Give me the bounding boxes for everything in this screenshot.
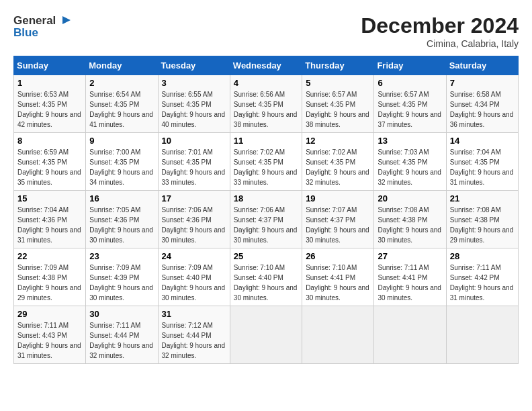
- day-number: 4: [234, 78, 298, 88]
- day-number: 13: [378, 136, 442, 146]
- day-info: Sunrise: 7:08 AMSunset: 4:38 PMDaylight:…: [450, 206, 514, 244]
- calendar-week-3: 15 Sunrise: 7:04 AMSunset: 4:36 PMDaylig…: [14, 191, 519, 248]
- day-info: Sunrise: 7:06 AMSunset: 4:36 PMDaylight:…: [162, 206, 226, 244]
- day-info: Sunrise: 6:56 AMSunset: 4:35 PMDaylight:…: [234, 91, 298, 128]
- month-title: December 2024: [361, 13, 519, 38]
- logo-bird-icon: [56, 13, 71, 28]
- day-number: 3: [162, 78, 226, 88]
- location-subtitle: Cimina, Calabria, Italy: [361, 38, 519, 49]
- day-number: 28: [450, 251, 515, 261]
- calendar-day-6: 6 Sunrise: 6:57 AMSunset: 4:35 PMDayligh…: [374, 75, 446, 133]
- calendar-day-15: 15 Sunrise: 7:04 AMSunset: 4:36 PMDaylig…: [14, 191, 86, 248]
- day-number: 10: [162, 136, 226, 146]
- day-number: 18: [234, 193, 298, 203]
- calendar-day-7: 7 Sunrise: 6:58 AMSunset: 4:34 PMDayligh…: [446, 75, 518, 133]
- calendar-day-28: 28 Sunrise: 7:11 AMSunset: 4:42 PMDaylig…: [446, 248, 518, 306]
- day-number: 7: [450, 78, 515, 88]
- calendar-day-29: 29 Sunrise: 7:11 AMSunset: 4:43 PMDaylig…: [14, 306, 86, 364]
- day-number: 2: [89, 78, 154, 88]
- day-info: Sunrise: 7:12 AMSunset: 4:44 PMDaylight:…: [162, 322, 226, 359]
- day-number: 30: [89, 309, 154, 319]
- calendar-day-5: 5 Sunrise: 6:57 AMSunset: 4:35 PMDayligh…: [302, 75, 374, 133]
- day-number: 20: [378, 193, 442, 203]
- header: General Blue December 2024 Cimina, Calab…: [13, 13, 519, 49]
- day-info: Sunrise: 7:01 AMSunset: 4:35 PMDaylight:…: [162, 148, 226, 186]
- day-number: 29: [17, 309, 82, 319]
- calendar-week-4: 22 Sunrise: 7:09 AMSunset: 4:38 PMDaylig…: [14, 248, 519, 306]
- calendar-day-31: 31 Sunrise: 7:12 AMSunset: 4:44 PMDaylig…: [158, 306, 230, 364]
- calendar-day-1: 1 Sunrise: 6:53 AMSunset: 4:35 PMDayligh…: [14, 75, 86, 133]
- header-day-wednesday: Wednesday: [230, 56, 302, 75]
- day-info: Sunrise: 7:03 AMSunset: 4:35 PMDaylight:…: [378, 148, 441, 186]
- day-info: Sunrise: 7:09 AMSunset: 4:40 PMDaylight:…: [162, 264, 226, 302]
- calendar-day-27: 27 Sunrise: 7:11 AMSunset: 4:41 PMDaylig…: [374, 248, 446, 306]
- day-number: 16: [89, 193, 154, 203]
- day-number: 22: [17, 251, 82, 261]
- calendar-week-2: 8 Sunrise: 6:59 AMSunset: 4:35 PMDayligh…: [14, 133, 519, 191]
- day-number: 8: [17, 136, 82, 146]
- header-day-thursday: Thursday: [302, 56, 374, 75]
- calendar-day-24: 24 Sunrise: 7:09 AMSunset: 4:40 PMDaylig…: [158, 248, 230, 306]
- calendar-day-17: 17 Sunrise: 7:06 AMSunset: 4:36 PMDaylig…: [158, 191, 230, 248]
- logo-container: General Blue: [13, 13, 71, 40]
- calendar-day-11: 11 Sunrise: 7:02 AMSunset: 4:35 PMDaylig…: [230, 133, 302, 191]
- calendar-day-18: 18 Sunrise: 7:06 AMSunset: 4:37 PMDaylig…: [230, 191, 302, 248]
- calendar-day-30: 30 Sunrise: 7:11 AMSunset: 4:44 PMDaylig…: [86, 306, 158, 364]
- calendar-day-22: 22 Sunrise: 7:09 AMSunset: 4:38 PMDaylig…: [14, 248, 86, 306]
- day-info: Sunrise: 7:10 AMSunset: 4:40 PMDaylight:…: [234, 264, 298, 302]
- calendar-header-row: SundayMondayTuesdayWednesdayThursdayFrid…: [14, 56, 519, 75]
- calendar-day-13: 13 Sunrise: 7:03 AMSunset: 4:35 PMDaylig…: [374, 133, 446, 191]
- day-number: 5: [306, 78, 370, 88]
- day-info: Sunrise: 6:59 AMSunset: 4:35 PMDaylight:…: [17, 148, 81, 186]
- calendar-day-26: 26 Sunrise: 7:10 AMSunset: 4:41 PMDaylig…: [302, 248, 374, 306]
- calendar-week-1: 1 Sunrise: 6:53 AMSunset: 4:35 PMDayligh…: [14, 75, 519, 133]
- calendar-week-5: 29 Sunrise: 7:11 AMSunset: 4:43 PMDaylig…: [14, 306, 519, 364]
- day-info: Sunrise: 7:02 AMSunset: 4:35 PMDaylight:…: [234, 148, 298, 186]
- day-number: 21: [450, 193, 515, 203]
- header-day-friday: Friday: [374, 56, 446, 75]
- day-info: Sunrise: 7:09 AMSunset: 4:38 PMDaylight:…: [17, 264, 81, 302]
- calendar-day-14: 14 Sunrise: 7:04 AMSunset: 4:35 PMDaylig…: [446, 133, 518, 191]
- day-info: Sunrise: 7:04 AMSunset: 4:36 PMDaylight:…: [17, 206, 81, 244]
- day-info: Sunrise: 7:11 AMSunset: 4:42 PMDaylight:…: [450, 264, 514, 302]
- day-info: Sunrise: 6:55 AMSunset: 4:35 PMDaylight:…: [162, 91, 226, 128]
- day-number: 19: [306, 193, 370, 203]
- day-number: 23: [89, 251, 154, 261]
- day-info: Sunrise: 7:07 AMSunset: 4:37 PMDaylight:…: [306, 206, 369, 244]
- header-day-tuesday: Tuesday: [158, 56, 230, 75]
- day-info: Sunrise: 7:00 AMSunset: 4:35 PMDaylight:…: [89, 148, 153, 186]
- day-number: 11: [234, 136, 298, 146]
- day-number: 6: [378, 78, 442, 88]
- calendar-day-20: 20 Sunrise: 7:08 AMSunset: 4:38 PMDaylig…: [374, 191, 446, 248]
- calendar-table: SundayMondayTuesdayWednesdayThursdayFrid…: [13, 56, 519, 364]
- day-info: Sunrise: 7:04 AMSunset: 4:35 PMDaylight:…: [450, 148, 514, 186]
- calendar-day-4: 4 Sunrise: 6:56 AMSunset: 4:35 PMDayligh…: [230, 75, 302, 133]
- day-info: Sunrise: 7:06 AMSunset: 4:37 PMDaylight:…: [234, 206, 298, 244]
- calendar-day-16: 16 Sunrise: 7:05 AMSunset: 4:36 PMDaylig…: [86, 191, 158, 248]
- header-day-monday: Monday: [86, 56, 158, 75]
- logo: General Blue: [13, 13, 71, 40]
- day-number: 26: [306, 251, 370, 261]
- day-number: 12: [306, 136, 370, 146]
- day-info: Sunrise: 6:57 AMSunset: 4:35 PMDaylight:…: [306, 91, 369, 128]
- day-info: Sunrise: 7:11 AMSunset: 4:41 PMDaylight:…: [378, 264, 441, 302]
- day-number: 9: [89, 136, 154, 146]
- calendar-day-9: 9 Sunrise: 7:00 AMSunset: 4:35 PMDayligh…: [86, 133, 158, 191]
- day-info: Sunrise: 6:58 AMSunset: 4:34 PMDaylight:…: [450, 91, 514, 128]
- calendar-day-23: 23 Sunrise: 7:09 AMSunset: 4:39 PMDaylig…: [86, 248, 158, 306]
- header-day-saturday: Saturday: [446, 56, 518, 75]
- empty-cell: [230, 306, 302, 364]
- calendar-day-12: 12 Sunrise: 7:02 AMSunset: 4:35 PMDaylig…: [302, 133, 374, 191]
- day-info: Sunrise: 7:02 AMSunset: 4:35 PMDaylight:…: [306, 148, 369, 186]
- day-info: Sunrise: 7:11 AMSunset: 4:43 PMDaylight:…: [17, 322, 81, 359]
- calendar-day-3: 3 Sunrise: 6:55 AMSunset: 4:35 PMDayligh…: [158, 75, 230, 133]
- calendar-day-2: 2 Sunrise: 6:54 AMSunset: 4:35 PMDayligh…: [86, 75, 158, 133]
- day-info: Sunrise: 7:08 AMSunset: 4:38 PMDaylight:…: [378, 206, 441, 244]
- day-number: 25: [234, 251, 298, 261]
- empty-cell: [302, 306, 374, 364]
- logo-blue: Blue: [13, 27, 38, 40]
- day-number: 15: [17, 193, 82, 203]
- calendar-day-19: 19 Sunrise: 7:07 AMSunset: 4:37 PMDaylig…: [302, 191, 374, 248]
- day-info: Sunrise: 7:05 AMSunset: 4:36 PMDaylight:…: [89, 206, 153, 244]
- empty-cell: [446, 306, 518, 364]
